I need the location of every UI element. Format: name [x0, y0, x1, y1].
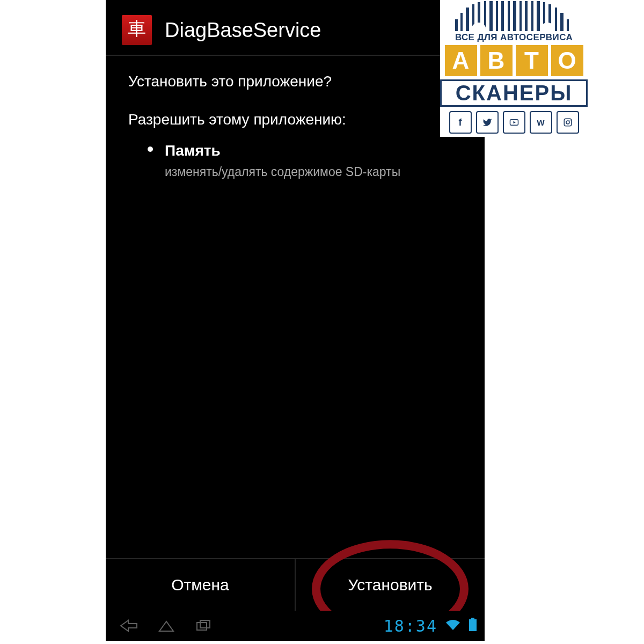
svg-rect-11 — [496, 1, 498, 31]
install-question: Установить это приложение? — [128, 71, 462, 93]
svg-rect-0 — [197, 623, 207, 630]
twitter-icon — [476, 111, 499, 134]
svg-rect-14 — [513, 1, 516, 31]
svg-rect-22 — [560, 13, 564, 31]
svg-rect-5 — [460, 13, 463, 31]
watermark-char: А — [445, 45, 477, 76]
svg-rect-16 — [525, 1, 528, 31]
svg-rect-17 — [531, 1, 533, 31]
permissions-title: Разрешить этому приложению: — [128, 109, 462, 131]
dialog-body: Установить это приложение? Разрешить это… — [106, 56, 485, 181]
svg-rect-18 — [537, 1, 540, 31]
home-icon[interactable] — [157, 617, 175, 635]
permission-name: Память — [165, 140, 400, 162]
recent-apps-icon[interactable] — [195, 617, 213, 635]
button-bar: Отмена Установить — [106, 558, 485, 611]
watermark-tagline: ВСЕ ДЛЯ АВТОСЕРВИСА — [440, 32, 588, 43]
watermark-char: О — [551, 45, 583, 76]
svg-point-28 — [566, 121, 569, 124]
barcode-car-icon — [440, 0, 588, 33]
app-icon-glyph: 車 — [128, 17, 146, 41]
cancel-button[interactable]: Отмена — [106, 559, 295, 611]
watermark-line1: А В Т О — [440, 45, 588, 76]
svg-rect-15 — [519, 1, 522, 31]
status-time: 18:34 — [384, 617, 437, 635]
app-icon: 車 — [122, 15, 152, 45]
navigation-bar: 18:34 — [106, 611, 485, 641]
svg-rect-23 — [567, 19, 569, 31]
watermark-logo: ВСЕ ДЛЯ АВТОСЕРВИСА А В Т О СКАНЕРЫ f w — [440, 0, 588, 137]
wifi-icon — [445, 618, 461, 633]
battery-icon — [469, 618, 477, 634]
svg-point-25 — [540, 23, 555, 33]
svg-point-29 — [569, 120, 570, 121]
vk-icon: w — [530, 111, 552, 134]
cancel-button-label: Отмена — [171, 576, 229, 594]
watermark-line2: СКАНЕРЫ — [440, 79, 588, 107]
watermark-char: В — [480, 45, 513, 76]
bullet-icon — [148, 147, 153, 152]
dialog-header: 車 DiagBaseService — [106, 0, 485, 55]
svg-rect-1 — [200, 620, 210, 628]
svg-rect-12 — [501, 1, 504, 31]
svg-rect-3 — [469, 619, 477, 631]
install-button-label: Установить — [348, 576, 432, 594]
svg-rect-2 — [471, 618, 474, 619]
android-install-dialog: 車 DiagBaseService Установить это приложе… — [106, 0, 485, 641]
svg-rect-10 — [489, 1, 493, 31]
svg-rect-21 — [555, 8, 557, 31]
svg-rect-13 — [508, 1, 510, 31]
install-button[interactable]: Установить — [295, 559, 485, 611]
permission-item: Память изменять/удалять содержимое SD-ка… — [148, 140, 462, 181]
svg-rect-4 — [455, 19, 458, 31]
watermark-char: Т — [516, 45, 548, 76]
facebook-icon: f — [449, 111, 472, 134]
back-icon[interactable] — [120, 617, 138, 635]
app-title: DiagBaseService — [165, 19, 321, 42]
svg-rect-6 — [466, 8, 469, 31]
instagram-icon — [557, 111, 579, 134]
youtube-icon — [503, 111, 525, 134]
watermark-social: f w — [440, 111, 588, 134]
permission-description: изменять/удалять содержимое SD-карты — [165, 163, 400, 181]
